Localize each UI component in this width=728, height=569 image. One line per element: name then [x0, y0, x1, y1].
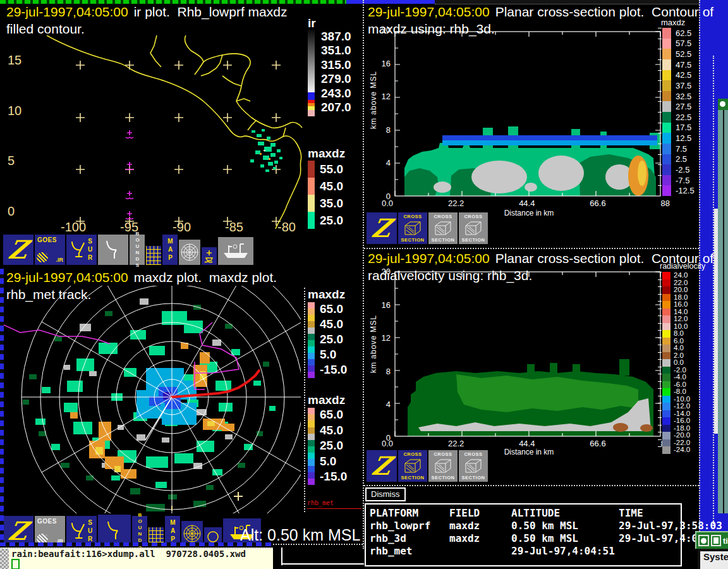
partial-window-titlebar[interactable]: [718, 99, 728, 110]
xs2-toolbar: Z CROSS SECTION CROSS SECTION CROSS SECT…: [367, 450, 488, 482]
map-y-tick: 0: [8, 204, 30, 219]
cross-section-button-3[interactable]: CROSS SECTION: [459, 450, 488, 482]
radar-colorbar1-title: maxdz: [308, 288, 345, 302]
zebra-logo-button[interactable]: Z: [367, 450, 397, 482]
ir-colorbar-labels: 387.0351.0315.0279.0243.0207.0: [321, 30, 351, 114]
xs1-colorbar: 62.557.552.547.542.537.532.527.522.517.5…: [662, 28, 699, 196]
range-rings-button[interactable]: [179, 240, 200, 265]
radar-dish-icon: [70, 521, 85, 541]
xs2-plot[interactable]: [368, 266, 665, 456]
radar-grid-button[interactable]: [98, 515, 131, 546]
map-y-tick: 10: [8, 104, 30, 118]
ship-icon: [221, 242, 250, 260]
rings-icon: [180, 243, 199, 262]
xs1-panel-title-line2: maxdz using: rhb_3d.: [368, 21, 495, 37]
zebra-logo-button[interactable]: Z: [367, 212, 397, 244]
partial-window-right: [718, 99, 728, 513]
cross-section-button-2[interactable]: CROSS SECTION: [428, 212, 458, 244]
surveillance-radar-button[interactable]: SUR: [66, 516, 97, 546]
map-y-tick: 5: [8, 154, 30, 168]
map-x-tick: -85: [225, 220, 243, 235]
radar-dish-icon: [70, 240, 85, 260]
terminal-cursor: [11, 559, 20, 569]
bounds-button[interactable]: BOUNDS: [130, 235, 145, 265]
maxdz-small-colorbar: 55.045.035.025.0: [308, 161, 358, 229]
grid-overlay-button[interactable]: [146, 246, 161, 265]
xs1-panel-title: 29-jul-1997,04:05:00Planar cross-section…: [368, 4, 713, 20]
ir-colorbar: [308, 30, 315, 116]
xs2-x-axis: 0.022.244.466.688: [382, 439, 670, 448]
radar-panel-title: 29-jul-1997,04:05:00maxdz plot. maxdz pl…: [6, 270, 277, 285]
xs2-panel-title-line2: radialvelocity using: rhb_3d.: [368, 268, 532, 283]
cross-section-button-3[interactable]: CROSS SECTION: [459, 212, 488, 244]
altitude-readout: Alt: 0.50 km MSL: [240, 526, 360, 544]
desktop: 29-jul-1997,04:05:00ir plot. Rhb_lowprf …: [0, 0, 728, 569]
ir-map-plot[interactable]: [5, 35, 303, 233]
background-window-edge-v: [281, 548, 282, 565]
radar-colorbar-separator: [304, 288, 305, 512]
zebra-z-icon: Z: [371, 218, 393, 238]
map-x-tick: -80: [277, 220, 296, 235]
zebra-logo-button[interactable]: Z: [3, 235, 33, 265]
cube-icon: [464, 458, 483, 474]
buoy-button[interactable]: [202, 247, 217, 265]
system-window[interactable]: Syste: [698, 549, 728, 569]
info-table-row: rhb_met29-Jul-97,4:04:51: [366, 545, 681, 558]
track-legend-label: rhb_met: [307, 499, 334, 506]
data-available-window: PLATFORMFIELDALTITUDETIME rhb_lowprfmaxd…: [365, 503, 682, 566]
coastlines: [47, 35, 302, 229]
dismiss-button[interactable]: Dismiss: [365, 487, 406, 501]
xs1-plot[interactable]: [368, 18, 665, 209]
xs1-toolbar: Z CROSS SECTION CROSS SECTION CROSS SECT…: [367, 212, 488, 244]
cross-section-button-active[interactable]: CROSS SECTION: [398, 212, 427, 244]
cross-section-button-2[interactable]: CROSS SECTION: [428, 450, 458, 482]
satellite-globe-icon: [37, 252, 48, 262]
map-overlay-button[interactable]: MAP: [162, 235, 178, 265]
surveillance-radar-button[interactable]: SUR: [66, 235, 97, 265]
radar-grid-button[interactable]: [98, 235, 128, 265]
radar-colorbar2-title: maxdz: [308, 393, 345, 407]
ir-radar-echoes: [250, 129, 282, 172]
window-doc-button[interactable]: [711, 535, 722, 546]
window-top-border-dark: [435, 0, 699, 4]
terminal-scrollbar[interactable]: [0, 549, 9, 569]
radialvelocity-contours: [408, 359, 653, 436]
cube-icon: [403, 220, 422, 236]
bounds-button[interactable]: BOUNDS: [132, 516, 147, 546]
radar-ppi-plot[interactable]: [4, 286, 301, 513]
xs2-colorbar: 24.022.020.018.016.014.012.010.08.06.04.…: [662, 272, 699, 439]
corner-window-titlebar[interactable]: ti: [695, 531, 728, 549]
circle-icon: [207, 530, 219, 543]
map-x-tick: -90: [173, 220, 191, 235]
maxdz-contours: [404, 126, 660, 196]
buoy-icon: [204, 249, 214, 263]
ir-panel-toolbar: Z GOES .IR SUR BOUNDS MAP: [3, 235, 253, 265]
terminal-window[interactable]: rain:beaufait:116>xdump.all 970728.0405.…: [0, 548, 273, 569]
goes-ir-button[interactable]: GOES .IR: [35, 516, 65, 546]
cross-section-button-active[interactable]: CROSS SECTION: [398, 450, 427, 482]
zebra-logo-button[interactable]: Z: [3, 516, 33, 546]
info-table-rows: rhb_lowprfmaxdz0.50 km MSL29-Jul-97,3:58…: [366, 520, 681, 558]
system-window-label: Syste: [703, 551, 728, 562]
radar-dish-grid-icon: [105, 520, 124, 541]
zebra-z-icon: Z: [8, 521, 30, 541]
ship-button[interactable]: [218, 237, 253, 265]
map-x-axis: -100-95-90-85-80: [61, 220, 296, 235]
goes-ir-button[interactable]: GOES .IR: [35, 235, 65, 265]
zebra-z-icon: Z: [371, 456, 393, 476]
window-menu-button[interactable]: [698, 535, 709, 546]
xs1-x-axis: 0.022.244.466.688: [382, 199, 670, 208]
ir-panel-title: 29-jul-1997,04:05:00ir plot. Rhb_lowprf …: [6, 4, 287, 20]
cube-icon: [403, 458, 422, 474]
map-y-axis: 151050: [8, 53, 30, 219]
xs1-x-label: Distance in km: [482, 209, 576, 217]
window-top-border-blue: [346, 0, 435, 4]
xs2-x-label: Distance in km: [482, 448, 576, 456]
background-window-edge-h: [281, 563, 364, 565]
map-overlay-button[interactable]: MAP: [165, 516, 180, 546]
info-table-header: PLATFORMFIELDALTITUDETIME: [366, 505, 681, 520]
radar-colorbar1-labels: 65.045.025.05.0-15.0: [320, 302, 347, 377]
panel-left-border: [0, 269, 4, 544]
panel-separator-right-2: [364, 485, 699, 486]
cube-icon: [464, 220, 483, 236]
